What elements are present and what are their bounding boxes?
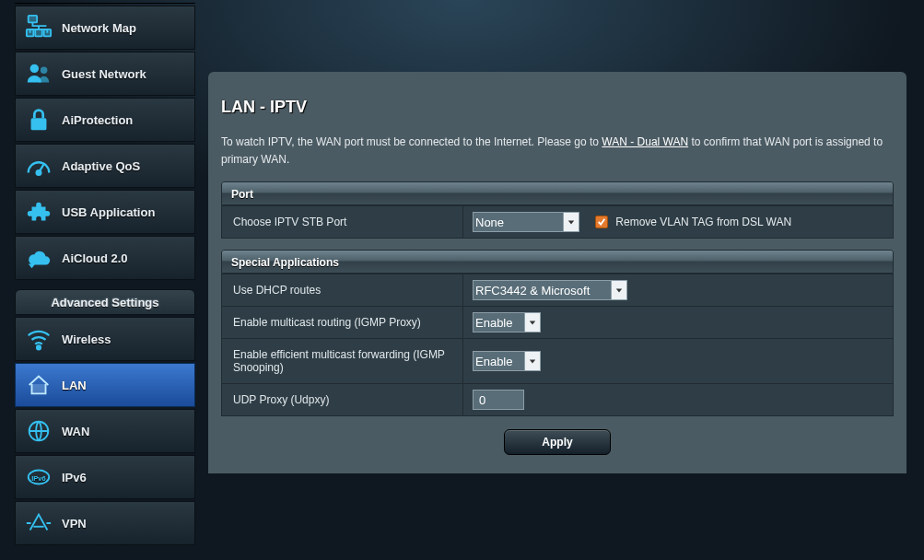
sidebar-item-label: IPv6	[62, 471, 87, 484]
sidebar-item-adaptive-qos[interactable]: Adaptive QoS	[15, 144, 195, 188]
sidebar-item-network-map[interactable]: Network Map	[15, 6, 195, 50]
select-iptv-stb-port[interactable]: None	[473, 212, 563, 232]
sidebar-item-label: LAN	[62, 379, 87, 392]
section-header-special: Special Applications	[221, 250, 894, 274]
cloud-icon	[25, 244, 53, 272]
checkbox-remove-vlan-tag[interactable]	[595, 216, 608, 228]
sidebar-item-label: AiCloud 2.0	[62, 251, 128, 265]
checkbox-remove-vlan-tag-label: Remove VLAN TAG from DSL WAN	[615, 216, 791, 228]
sidebar-item-label: AiProtection	[62, 113, 133, 127]
row-udproxy: UDP Proxy (Udpxy)	[222, 384, 894, 416]
checkmark-icon	[597, 217, 606, 227]
label-use-dhcp-routes: Use DHCP routes	[222, 274, 463, 307]
input-udproxy[interactable]	[473, 390, 524, 410]
select-igmp-proxy[interactable]: Enable	[473, 312, 524, 332]
puzzle-icon	[25, 198, 53, 226]
svg-rect-2	[35, 29, 42, 37]
sidebar-section-advanced: Advanced Settings	[15, 289, 195, 315]
sidebar-item-label: WAN	[62, 425, 89, 438]
sidebar-item-aiprotection[interactable]: AiProtection	[15, 98, 195, 142]
svg-rect-6	[31, 118, 47, 130]
guest-network-icon	[25, 60, 53, 88]
sidebar-item-label: USB Application	[62, 205, 155, 219]
page-description: To watch IPTV, the WAN port must be conn…	[208, 117, 906, 181]
section-port: Port Choose IPTV STB Port None	[221, 181, 894, 239]
sidebar-item-lan[interactable]: LAN	[15, 363, 195, 407]
sidebar-item-label: Network Map	[62, 21, 136, 35]
svg-point-5	[41, 67, 48, 75]
section-header-port: Port	[221, 181, 894, 205]
main-panel: LAN - IPTV To watch IPTV, the WAN port m…	[208, 72, 906, 473]
label-igmp-snooping: Enable efficient multicast forwarding (I…	[222, 339, 463, 384]
checkbox-remove-vlan-tag-wrapper: Remove VLAN TAG from DSL WAN	[595, 216, 791, 228]
svg-point-4	[30, 64, 39, 73]
label-choose-iptv-stb-port: Choose IPTV STB Port	[222, 206, 463, 239]
link-wan-dual-wan[interactable]: WAN - Dual WAN	[602, 135, 688, 148]
dropdown-arrow-icon	[611, 280, 627, 300]
sidebar: Network Map Guest Network AiProtection A…	[15, 0, 195, 545]
sidebar-item-wan[interactable]: WAN	[15, 409, 195, 453]
select-dhcp-routes[interactable]: RFC3442 & Microsoft	[473, 280, 611, 300]
label-igmp-proxy: Enable multicast routing (IGMP Proxy)	[222, 307, 463, 339]
sidebar-item-vpn[interactable]: VPN	[15, 501, 195, 545]
ipv6-icon: IPv6	[25, 463, 53, 491]
row-igmp-snooping: Enable efficient multicast forwarding (I…	[222, 339, 894, 384]
section-special-applications: Special Applications Use DHCP routes RFC…	[221, 250, 894, 416]
row-use-dhcp-routes: Use DHCP routes RFC3442 & Microsoft	[222, 274, 894, 307]
sidebar-item-ipv6[interactable]: IPv6 IPv6	[15, 455, 195, 499]
sidebar-item-label: Wireless	[62, 332, 111, 346]
sidebar-item-wireless[interactable]: Wireless	[15, 317, 195, 361]
row-choose-iptv-stb-port: Choose IPTV STB Port None	[222, 206, 894, 239]
apply-row: Apply	[208, 416, 906, 473]
lock-icon	[25, 106, 53, 134]
apply-button[interactable]: Apply	[504, 429, 611, 455]
page-title: LAN - IPTV	[208, 72, 906, 117]
sidebar-section-general	[15, 0, 195, 4]
page-desc-text-1: To watch IPTV, the WAN port must be conn…	[221, 135, 602, 148]
sidebar-item-label: VPN	[62, 517, 87, 531]
dropdown-arrow-icon	[524, 312, 541, 332]
vpn-icon	[25, 509, 53, 537]
svg-point-8	[37, 346, 41, 350]
svg-text:IPv6: IPv6	[31, 474, 45, 483]
gauge-icon	[25, 152, 53, 180]
wifi-icon	[25, 325, 53, 353]
svg-rect-0	[29, 16, 37, 23]
sidebar-item-label: Adaptive QoS	[62, 159, 140, 173]
network-map-icon	[25, 14, 53, 41]
sidebar-item-guest-network[interactable]: Guest Network	[15, 52, 195, 96]
label-udproxy: UDP Proxy (Udpxy)	[222, 384, 463, 416]
sidebar-item-usb-application[interactable]: USB Application	[15, 190, 195, 234]
dropdown-arrow-icon	[563, 212, 579, 232]
select-iptv-stb-port-wrapper: None	[473, 212, 579, 232]
sidebar-item-aicloud[interactable]: AiCloud 2.0	[15, 236, 195, 280]
dropdown-arrow-icon	[524, 351, 541, 371]
sidebar-item-label: Guest Network	[62, 67, 146, 81]
globe-icon	[25, 417, 53, 445]
select-igmp-snooping[interactable]: Enable	[473, 351, 524, 371]
home-icon	[25, 371, 53, 399]
row-igmp-proxy: Enable multicast routing (IGMP Proxy) En…	[222, 307, 894, 339]
